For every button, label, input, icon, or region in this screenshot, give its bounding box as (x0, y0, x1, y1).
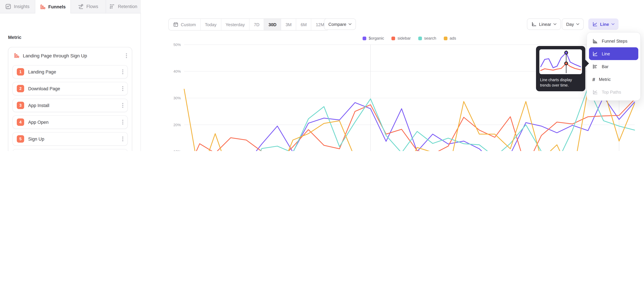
tab-insights[interactable]: Insights (0, 0, 36, 13)
metric-card: Landing Page through Sign Up 1 Landing P… (8, 47, 132, 151)
linear-axis-icon (531, 22, 537, 27)
tab-label: Funnels (48, 4, 66, 9)
funnel-step-5[interactable]: 5 Sign Up (12, 132, 128, 146)
svg-text:50%: 50% (174, 42, 181, 47)
tab-flows[interactable]: Flows (70, 0, 106, 13)
menu-item-top-paths: Top Paths (589, 86, 638, 98)
metric-card-header[interactable]: Landing Page through Sign Up (14, 53, 127, 58)
legend-item[interactable]: ads (444, 36, 456, 40)
step-label: Landing Page (28, 69, 118, 74)
range-7d[interactable]: 7D (250, 19, 264, 30)
legend-item[interactable]: sidebar (392, 36, 411, 40)
metric-title: Landing Page through Sign Up (23, 53, 122, 58)
legend-item[interactable]: search (418, 36, 436, 40)
range-yesterday[interactable]: Yesterday (221, 19, 250, 30)
step-number-badge: 2 (17, 85, 24, 92)
chevron-down-icon (349, 23, 352, 25)
range-3m[interactable]: 3M (281, 19, 296, 30)
step-label: Sign Up (28, 136, 118, 142)
date-range-control: CustomTodayYesterday7D30D3M6M12M (168, 18, 329, 30)
scale-button[interactable]: Linear (527, 18, 561, 30)
svg-text:10%: 10% (174, 150, 181, 151)
tab-label: Retention (118, 4, 137, 9)
compare-button[interactable]: Compare (324, 18, 356, 30)
add-step-button[interactable]: + Add Step (12, 149, 128, 151)
metric-kebab-icon[interactable] (126, 53, 127, 58)
menu-item-metric[interactable]: #Metric (589, 73, 638, 86)
tab-bar: InsightsFunnelsFlowsRetention (0, 0, 141, 14)
line-chart-icon (592, 51, 598, 56)
tab-funnels[interactable]: Funnels (36, 0, 71, 14)
svg-text:40%: 40% (174, 69, 181, 74)
range-6m[interactable]: 6M (296, 19, 312, 30)
tab-retention[interactable]: Retention (106, 0, 141, 13)
bar-chart-icon (592, 64, 598, 69)
step-number-badge: 3 (17, 102, 24, 109)
step-kebab-icon[interactable] (122, 136, 124, 142)
svg-text:30%: 30% (174, 96, 181, 100)
interval-button[interactable]: Day (562, 18, 584, 30)
main-panel: CustomTodayYesterday7D30D3M6M12M Compare… (141, 0, 644, 151)
tab-label: Flows (86, 4, 98, 9)
step-kebab-icon[interactable] (122, 69, 124, 74)
step-number-badge: 5 (17, 135, 24, 142)
legend-swatch (418, 36, 422, 40)
step-kebab-icon[interactable] (122, 120, 124, 125)
chart-type-button[interactable]: Line (588, 18, 618, 30)
legend-item[interactable]: $organic (362, 36, 384, 40)
steps-list: 1 Landing Page 2 Download Page 3 App Ins… (12, 65, 128, 151)
line-chart-icon (592, 22, 598, 27)
chart-type-tooltip: Line charts display trends over time. (536, 46, 585, 91)
menu-item-funnel-steps[interactable]: Funnel Steps (589, 34, 638, 47)
sidebar: Metric Landing Page through Sign Up 1 La… (0, 14, 141, 151)
menu-item-bar[interactable]: Bar (589, 60, 638, 73)
chevron-down-icon (576, 23, 579, 25)
step-kebab-icon[interactable] (122, 103, 124, 108)
step-label: App Open (28, 120, 118, 125)
funnel-steps-icon (592, 38, 598, 44)
tooltip-mini-chart (539, 49, 582, 74)
retention-icon (110, 4, 115, 10)
insights-icon (6, 4, 11, 10)
tab-label: Insights (14, 4, 30, 9)
funnel-step-1[interactable]: 1 Landing Page (12, 65, 128, 78)
calendar-icon (173, 22, 178, 27)
step-number-badge: 4 (17, 118, 24, 126)
funnels-app: InsightsFunnelsFlowsRetention Metric Lan… (0, 0, 644, 151)
metric-icon: # (592, 76, 595, 82)
metric-heading: Metric (8, 35, 22, 40)
step-number-badge: 1 (17, 68, 24, 76)
legend-swatch (392, 36, 395, 40)
chart-type-menu: Funnel StepsLineBar#MetricTop Paths (587, 32, 641, 101)
funnel-step-3[interactable]: 3 App Install (12, 99, 128, 112)
chevron-down-icon (554, 23, 556, 25)
step-label: Download Page (28, 86, 118, 91)
funnel-step-2[interactable]: 2 Download Page (12, 82, 128, 95)
flows-icon (78, 4, 84, 10)
funnel-metric-icon (14, 53, 20, 58)
tooltip-text: Line charts display trends over time. (539, 77, 582, 88)
menu-item-line[interactable]: Line (589, 47, 638, 60)
range-today[interactable]: Today (200, 19, 221, 30)
legend-swatch (444, 36, 447, 40)
chart-legend: $organicsidebarsearchads (184, 36, 634, 40)
funnel-step-4[interactable]: 4 App Open (12, 116, 128, 129)
chevron-down-icon (611, 23, 614, 25)
step-kebab-icon[interactable] (122, 86, 124, 91)
legend-swatch (362, 36, 366, 40)
top-paths-icon (592, 89, 598, 95)
funnels-icon (40, 4, 46, 10)
svg-text:20%: 20% (174, 123, 181, 127)
range-custom[interactable]: Custom (169, 19, 200, 30)
step-label: App Install (28, 103, 118, 108)
range-30d[interactable]: 30D (264, 19, 281, 30)
